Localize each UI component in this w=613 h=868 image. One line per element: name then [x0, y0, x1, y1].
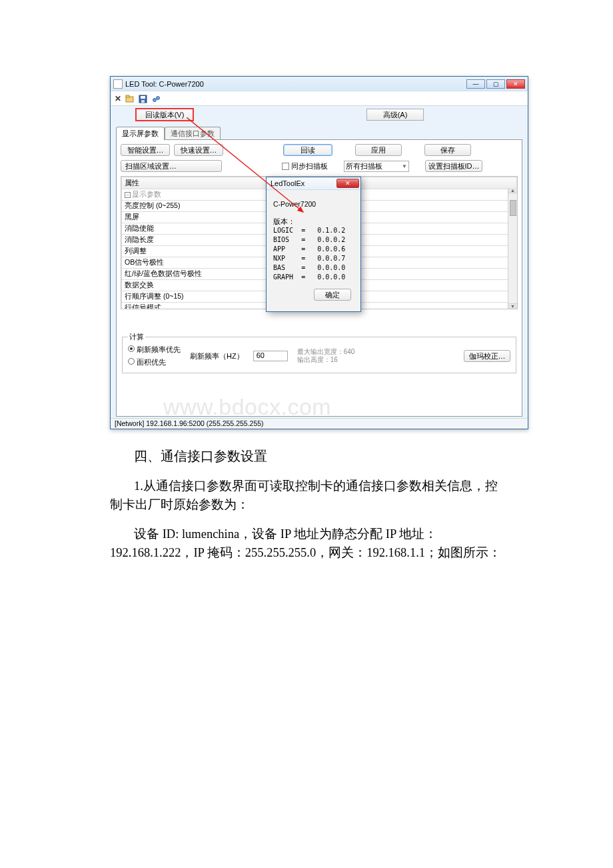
advanced-button[interactable]: 高级(A): [366, 109, 424, 121]
chevron-down-icon: ▼: [402, 163, 407, 169]
doc-p2: 设备 ID: lumenchina，设备 IP 地址为静态分配 IP 地址：19…: [110, 525, 510, 562]
tab-comm-params[interactable]: 通信接口参数: [165, 127, 221, 140]
sync-scan-label: 同步扫描板: [291, 161, 328, 171]
window-title: LED Tool: C-Power7200: [125, 80, 466, 88]
set-scan-id-button[interactable]: 设置扫描板ID…: [425, 160, 482, 172]
version-lines: LOGIC = 0.1.0.2BIOS = 0.0.0.2APP = 0.0.0…: [273, 226, 355, 282]
scan-area-button[interactable]: 扫描区域设置…: [121, 160, 222, 172]
version-dialog: LedToolEx ✕ C-Power7200 版本： LOGIC = 0.1.…: [266, 177, 361, 312]
tab-strip: 显示屏参数 通信接口参数: [116, 126, 522, 139]
gamma-button[interactable]: 伽玛校正…: [464, 350, 510, 362]
doc-heading: 四、通信接口参数设置: [134, 449, 267, 463]
network-icon[interactable]: [151, 94, 161, 103]
doc-text: 四、通信接口参数设置 1.从通信接口参数界面可读取控制卡的通信接口参数相关信息，…: [110, 447, 510, 562]
refresh-rate-input[interactable]: 60: [253, 351, 288, 361]
radio-area-first[interactable]: 面积优先: [128, 357, 181, 367]
status-bar: [Network] 192.168.1.96:5200 (255.255.255…: [111, 418, 528, 429]
watermark: www.bdocx.com: [163, 394, 331, 420]
svg-rect-4: [141, 100, 145, 103]
out-height: 输出高度：16: [297, 356, 355, 364]
collapse-icon[interactable]: −: [125, 192, 131, 198]
save-button[interactable]: 保存: [424, 144, 471, 156]
refresh-rate-label: 刷新频率（HZ）: [190, 351, 244, 361]
title-bar[interactable]: LED Tool: C-Power7200 — ▢ ✕: [111, 77, 528, 91]
toolbar: ✕: [111, 91, 528, 106]
output-info: 最大输出宽度：640 输出高度：16: [297, 348, 355, 364]
sync-scan-checkbox[interactable]: 同步扫描板: [282, 161, 328, 171]
scrollbar-thumb[interactable]: [510, 200, 516, 216]
open-icon[interactable]: [125, 94, 135, 103]
close-button[interactable]: ✕: [506, 79, 525, 89]
close-tool-icon[interactable]: ✕: [115, 94, 121, 103]
app-window: LED Tool: C-Power7200 — ▢ ✕ ✕ 回读版本(V) 高级…: [110, 76, 528, 429]
minimize-button[interactable]: —: [466, 79, 485, 89]
max-out-width: 最大输出宽度：640: [297, 348, 355, 356]
scan-select-value: 所有扫描板: [346, 161, 382, 171]
dialog-ok-button[interactable]: 确定: [314, 289, 351, 301]
dialog-version-label: 版本：: [273, 217, 355, 226]
app-icon: [113, 79, 123, 89]
quick-setup-button[interactable]: 快速设置…: [174, 144, 223, 156]
svg-point-5: [153, 99, 157, 102]
apply-button[interactable]: 应用: [355, 144, 402, 156]
cat-display: 显示参数: [132, 190, 161, 198]
dialog-close-button[interactable]: ✕: [336, 179, 359, 188]
readback-button[interactable]: 回读: [283, 144, 332, 156]
scan-select[interactable]: 所有扫描板 ▼: [344, 161, 409, 172]
svg-point-6: [157, 97, 160, 100]
radio-refresh-first[interactable]: 刷新频率优先: [128, 345, 181, 355]
grid-scrollbar[interactable]: [508, 188, 517, 309]
dialog-title: LedToolEx: [271, 179, 305, 187]
dialog-product: C-Power7200: [273, 199, 355, 209]
read-version-button[interactable]: 回读版本(V): [136, 109, 193, 121]
radio-refresh-label: 刷新频率优先: [137, 345, 181, 353]
save-icon[interactable]: [139, 93, 147, 103]
svg-rect-1: [126, 95, 129, 97]
doc-p1: 1.从通信接口参数界面可读取控制卡的通信接口参数相关信息，控制卡出厂时原始参数为…: [110, 477, 510, 514]
calc-group: 计算 刷新频率优先 面积优先 刷新频率（HZ） 60 最大输出宽度：640 输出…: [122, 332, 516, 373]
svg-rect-3: [141, 96, 145, 99]
maximize-button[interactable]: ▢: [486, 79, 505, 89]
tab-display-params[interactable]: 显示屏参数: [116, 127, 165, 140]
calc-legend: 计算: [128, 332, 145, 342]
radio-area-label: 面积优先: [137, 358, 166, 366]
smart-setup-button[interactable]: 智能设置…: [121, 144, 170, 156]
